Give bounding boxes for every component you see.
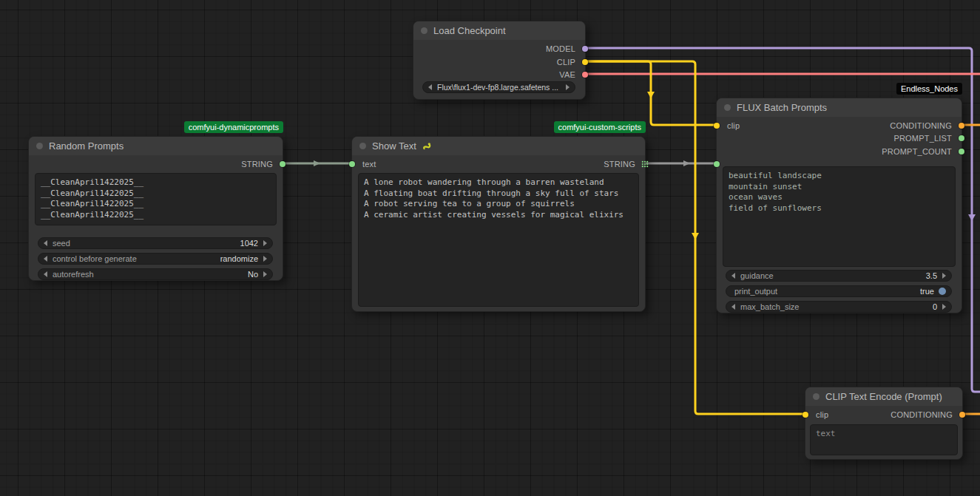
ckpt-name-value: Flux\flux1-dev-fp8.large.safetens ...	[437, 83, 561, 92]
slot-row: PROMPT_COUNT	[717, 146, 962, 157]
control-before-generate-widget[interactable]: control before generate randomize	[38, 253, 273, 265]
widget-name: control before generate	[53, 254, 137, 263]
show-text-display: A lone robot wandering through a barren …	[358, 173, 639, 307]
output-dot-string[interactable]	[280, 161, 285, 167]
slot-row: text STRING	[352, 158, 645, 170]
widget-name: max_batch_size	[740, 302, 800, 311]
node-load-checkpoint: Load Checkpoint MODEL CLIP VAE Flux\flux…	[413, 21, 586, 100]
node-title: Random Prompts	[49, 140, 124, 152]
output-label-conditioning: CONDITIONING	[891, 410, 953, 419]
wire-arrow-right-icon	[683, 160, 690, 166]
widget-value: 0	[933, 302, 937, 311]
output-dot-conditioning[interactable]	[959, 123, 964, 129]
output-dot-prompt-list[interactable]	[959, 135, 964, 141]
widget-value: true	[920, 287, 934, 296]
wire-arrow-right-icon	[314, 160, 320, 166]
next-option-icon[interactable]	[263, 256, 267, 262]
widget-name: print_output	[734, 287, 777, 296]
node-title: Load Checkpoint	[433, 25, 506, 36]
output-dot-vae[interactable]	[582, 72, 588, 78]
next-option-icon[interactable]	[566, 84, 570, 90]
seed-widget[interactable]: seed 1042	[38, 237, 273, 249]
next-option-icon[interactable]	[263, 271, 267, 277]
node-flux-batch-prompts: FLUX Batch Prompts clip CONDITIONING PRO…	[716, 98, 962, 313]
decrement-icon[interactable]	[731, 304, 735, 310]
print-output-widget[interactable]: print_output true	[726, 285, 952, 297]
prompt-template-textarea[interactable]: __CleanApril1422025__ __CleanApril142202…	[35, 173, 277, 225]
wire-arrow-down-icon	[692, 233, 699, 239]
widget-name: guidance	[740, 271, 774, 280]
output-label-conditioning: CONDITIONING	[890, 121, 952, 130]
output-label-clip: CLIP	[557, 58, 575, 67]
node-source-badge: comfyui-dynamicprompts	[184, 121, 283, 133]
input-label-clip: clip	[816, 410, 828, 419]
input-dot-text[interactable]	[349, 161, 355, 167]
widget-value: 1042	[240, 239, 258, 248]
node-show-text: Show Text text STRING A lone robot wande…	[351, 136, 646, 312]
node-source-badge: Endless_Nodes	[896, 83, 962, 95]
collapse-dot-icon[interactable]	[359, 143, 366, 149]
node-graph-canvas[interactable]: Load Checkpoint MODEL CLIP VAE Flux\flux…	[0, 0, 980, 496]
autorefresh-widget[interactable]: autorefresh No	[38, 268, 273, 280]
output-label-string: STRING	[241, 160, 273, 169]
output-label-prompt-count: PROMPT_COUNT	[882, 147, 952, 156]
output-dot-clip[interactable]	[582, 59, 588, 65]
increment-icon[interactable]	[942, 304, 946, 310]
node-title-bar[interactable]: Load Checkpoint	[413, 21, 585, 40]
ckpt-name-widget[interactable]: Flux\flux1-dev-fp8.large.safetens ...	[422, 81, 575, 93]
input-dot-clip[interactable]	[802, 412, 808, 418]
input-dot-text[interactable]	[714, 161, 720, 167]
node-random-prompts: Random Prompts STRING __CleanApril142202…	[28, 136, 283, 281]
collapse-dot-icon[interactable]	[421, 27, 428, 34]
output-label-vae: VAE	[559, 70, 575, 79]
snake-icon	[422, 141, 432, 151]
prev-option-icon[interactable]	[44, 271, 47, 277]
string-grid-slot-icon[interactable]	[641, 160, 649, 168]
wire-arrow-down-icon	[968, 214, 976, 221]
input-label-text: text	[362, 160, 376, 169]
slot-row: VAE	[413, 69, 585, 81]
slot-row: MODEL	[413, 43, 585, 55]
toggle-icon[interactable]	[939, 288, 946, 295]
node-title-bar[interactable]: Show Text	[352, 137, 645, 155]
widget-value: 3.5	[926, 271, 937, 280]
node-title: Show Text	[372, 140, 416, 152]
slot-row: CLIP	[413, 56, 585, 68]
output-label-string: STRING	[604, 160, 635, 169]
output-dot-prompt-count[interactable]	[959, 149, 964, 154]
input-label-clip: clip	[727, 121, 740, 130]
slot-row: STRING	[29, 158, 283, 170]
max-batch-size-widget[interactable]: max_batch_size 0	[726, 301, 952, 313]
wire-arrow-down-icon	[647, 92, 655, 98]
node-title-bar[interactable]: CLIP Text Encode (Prompt)	[805, 387, 962, 406]
output-dot-conditioning[interactable]	[959, 412, 965, 418]
collapse-dot-icon[interactable]	[813, 393, 820, 400]
prompt-textarea[interactable]: text	[810, 424, 958, 455]
widget-name: seed	[53, 239, 70, 248]
node-title-bar[interactable]: FLUX Batch Prompts	[717, 98, 962, 117]
slot-row: clip CONDITIONING	[805, 409, 962, 421]
slot-row: PROMPT_LIST	[717, 132, 962, 144]
collapse-dot-icon[interactable]	[36, 143, 43, 149]
collapse-dot-icon[interactable]	[724, 104, 731, 111]
node-title-bar[interactable]: Random Prompts	[29, 137, 283, 155]
output-label-prompt-list: PROMPT_LIST	[893, 134, 952, 143]
widget-value: randomize	[220, 254, 258, 263]
guidance-widget[interactable]: guidance 3.5	[726, 270, 952, 282]
widget-value: No	[248, 270, 258, 279]
batch-prompts-textarea[interactable]: beautiful landscape mountain sunset ocea…	[723, 166, 956, 267]
node-source-badge: comfyui-custom-scripts	[554, 121, 646, 133]
decrement-icon[interactable]	[44, 240, 47, 246]
node-title: FLUX Batch Prompts	[737, 102, 827, 113]
node-title: CLIP Text Encode (Prompt)	[825, 391, 942, 402]
node-clip-text-encode: CLIP Text Encode (Prompt) clip CONDITION…	[805, 387, 963, 460]
prev-option-icon[interactable]	[44, 256, 47, 262]
output-dot-model[interactable]	[582, 46, 588, 52]
input-dot-clip[interactable]	[714, 123, 720, 129]
output-label-model: MODEL	[546, 44, 575, 53]
decrement-icon[interactable]	[731, 273, 735, 279]
prev-option-icon[interactable]	[428, 84, 432, 90]
widget-name: autorefresh	[53, 270, 94, 279]
increment-icon[interactable]	[263, 240, 267, 246]
increment-icon[interactable]	[942, 273, 946, 279]
